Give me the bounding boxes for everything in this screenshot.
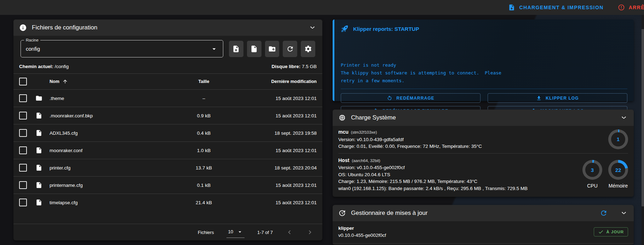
files-settings-button[interactable] — [301, 41, 315, 57]
row-checkbox[interactable] — [19, 129, 27, 137]
up-to-date-badge[interactable]: À JOUR — [594, 227, 628, 236]
mainsail-app: CHARGEMENT & IMPRESSION ARRÊ Fichiers de… — [0, 0, 644, 245]
files-table-footer: Fichiers 10 1-7 of 7 — [13, 224, 322, 240]
page-scrollbar[interactable] — [642, 15, 644, 245]
collapse-panel-icon[interactable] — [620, 113, 628, 122]
root-select-label: Racine — [24, 38, 40, 43]
table-row[interactable]: .theme – 15 août 2023 12:01 — [13, 90, 322, 107]
page-range: 1-7 of 7 — [257, 230, 273, 235]
file-icon — [35, 199, 50, 206]
chip-icon — [338, 114, 346, 122]
previous-page-button[interactable] — [286, 228, 293, 236]
update-manager-title: Gestionnaire de mises à jour — [351, 210, 595, 217]
next-page-button[interactable] — [306, 228, 314, 236]
per-page-label: Fichiers — [198, 230, 214, 235]
usage-gauge: 22 — [608, 160, 628, 180]
row-checkbox[interactable] — [19, 94, 27, 102]
sort-arrow-up-icon — [62, 79, 68, 84]
mcu-load-value: 1 — [611, 132, 625, 146]
table-row[interactable]: .moonraker.conf.bkp 0.9 kB 15 août 2023 … — [13, 107, 322, 124]
update-manager-panel: Gestionnaire de mises à jour klipper v0.… — [333, 205, 634, 245]
column-size[interactable]: Taille — [177, 79, 230, 84]
file-name: moonraker.conf — [50, 148, 177, 153]
usage-value: 22 — [611, 163, 625, 177]
update-entry-info: klipper v0.10.0-455-ge002f0cf — [338, 225, 594, 239]
emergency-stop-button[interactable]: ARRÊ — [618, 4, 644, 11]
file-icon — [35, 164, 50, 171]
gear-icon — [304, 45, 312, 53]
column-modified[interactable]: Dernière modification — [230, 79, 317, 84]
table-row[interactable]: ADXL345.cfg 0.4 kB 18 sept. 2023 19:58 — [13, 124, 322, 142]
system-load-header: Charge Système — [333, 110, 634, 126]
table-row[interactable]: moonraker.conf 1.0 kB 15 août 2023 12:01 — [13, 142, 322, 159]
file-icon — [35, 147, 50, 154]
create-file-button[interactable] — [247, 41, 261, 57]
info-icon — [19, 24, 27, 32]
klipper-action-button[interactable]: KLIPPER LOG — [488, 93, 627, 103]
update-entries: klipper v0.10.0-455-ge002f0cf À JOUR — [333, 221, 634, 244]
collapse-panel-icon[interactable] — [620, 209, 628, 217]
mcu-version: Version: v0.10.0-439-gdfa5afdf — [338, 136, 568, 143]
row-checkbox[interactable] — [19, 164, 27, 172]
gauge-column: 3 CPU — [582, 160, 602, 189]
table-row[interactable]: timelapse.cfg 21.4 kB 15 août 2023 12:01 — [13, 194, 322, 211]
file-name: timelapse.cfg — [50, 200, 177, 205]
restart-icon — [387, 95, 392, 101]
rocket-icon — [341, 25, 349, 33]
select-all-checkbox[interactable] — [19, 78, 27, 85]
system-load-title: Charge Système — [351, 114, 615, 121]
column-name[interactable]: Nom — [50, 79, 177, 84]
download-icon — [536, 95, 542, 101]
klipper-action-button[interactable]: REDÉMARRAGE — [341, 93, 481, 103]
table-row[interactable]: printer.cfg 13.7 kB 18 sept. 2023 20:04 — [13, 159, 322, 177]
file-size: 0.4 kB — [177, 130, 230, 136]
file-size: 0.9 kB — [177, 113, 230, 118]
console-line: retry in a few moments. — [341, 77, 627, 85]
per-page-select[interactable]: 10 — [226, 227, 244, 238]
mcu-block: mcu(stm32f103xe) Version: v0.10.0-439-gd… — [338, 129, 628, 150]
refresh-files-button[interactable] — [283, 41, 297, 57]
system-load-panel: Charge Système mcu(stm32f103xe) Version:… — [333, 110, 634, 197]
row-checkbox[interactable] — [19, 181, 27, 189]
host-chip: (aarch64, 32bit) — [352, 158, 380, 163]
usage-gauge: 3 — [582, 160, 602, 180]
upload-file-button[interactable] — [229, 41, 243, 57]
table-row[interactable]: printername.cfg 0.1 kB 15 août 2023 12:0… — [13, 177, 322, 194]
upload-and-print-button[interactable]: CHARGEMENT & IMPRESSION — [508, 4, 603, 11]
update-icon — [338, 209, 346, 217]
mcu-gauge-zone: 1 — [568, 129, 628, 149]
check-updates-button[interactable] — [600, 209, 608, 217]
file-name: printername.cfg — [50, 183, 177, 188]
file-modified: 18 sept. 2023 19:58 — [230, 130, 317, 136]
klipper-action-label: REDÉMARRAGE — [396, 96, 434, 101]
file-plus-icon — [250, 45, 258, 53]
scrollbar-thumb[interactable] — [642, 29, 644, 206]
files-toolbar: Racine config — [13, 36, 322, 61]
file-upload-icon — [232, 45, 240, 53]
folder-icon — [35, 95, 50, 102]
gauge-label: CPU — [587, 183, 598, 189]
row-checkbox[interactable] — [19, 146, 27, 154]
mcu-chip: (stm32f103xe) — [351, 130, 377, 134]
create-folder-button[interactable] — [265, 41, 280, 57]
root-select[interactable]: Racine config — [21, 40, 223, 57]
config-files-panel: Fichiers de configuration Racine config — [13, 20, 322, 240]
emergency-stop-label: ARRÊ — [629, 5, 644, 10]
host-block: Host(aarch64, 32bit) Version: v0.10.0-45… — [338, 157, 628, 192]
file-name: .theme — [50, 96, 177, 101]
row-checkbox[interactable] — [19, 199, 27, 206]
row-checkbox[interactable] — [19, 112, 27, 119]
file-modified: 15 août 2023 12:01 — [230, 96, 317, 101]
gauge-column: 22 Mémoire — [608, 160, 628, 189]
console-line: Printer is not ready — [341, 61, 627, 69]
select-caret-icon — [210, 45, 218, 53]
file-icon — [35, 112, 50, 119]
collapse-panel-icon[interactable] — [308, 23, 317, 32]
host-stats: Charge: 1.23, Mémoire: 215.5 MB / 976.2 … — [338, 178, 568, 185]
refresh-icon — [286, 45, 294, 53]
host-os: OS: Ubuntu 20.04.6 LTS — [338, 171, 568, 178]
usage-value: 3 — [585, 163, 599, 177]
alert-divider — [341, 89, 627, 89]
current-path: Chemin actuel: /config — [19, 64, 69, 69]
check-icon — [598, 229, 604, 235]
